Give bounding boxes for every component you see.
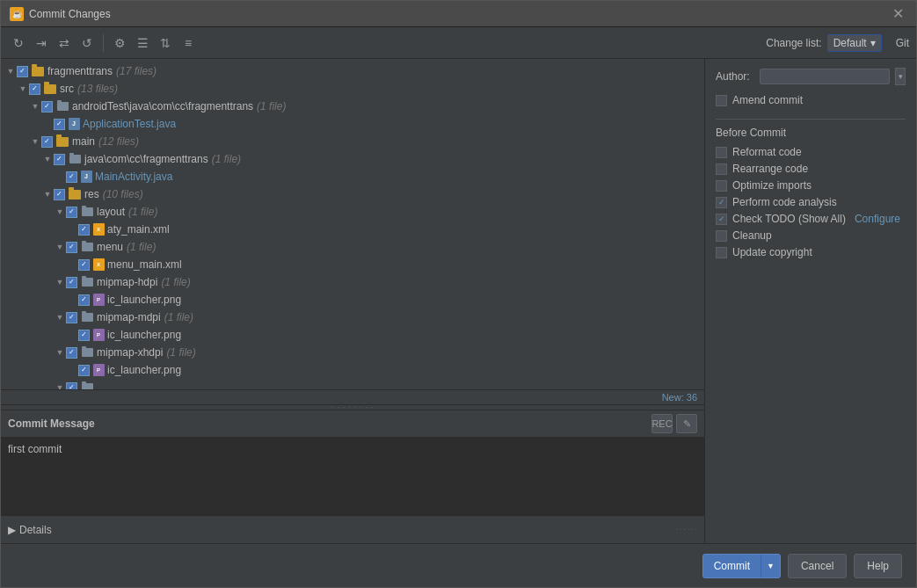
tree-row-layout[interactable]: ▼ layout (1 file) [1, 203, 704, 221]
option-row-copyright: Update copyright [716, 246, 906, 258]
settings-button[interactable]: ⚙ [109, 33, 130, 54]
commit-button[interactable]: Commit ▼ [702, 554, 781, 578]
checktodo-label: Check TODO (Show All) [732, 213, 846, 225]
amend-checkbox[interactable] [716, 95, 727, 106]
option-row-perform: Perform code analysis [716, 196, 906, 208]
author-dropdown-button[interactable]: ▾ [895, 68, 906, 85]
checkbox-aty-main[interactable] [78, 224, 90, 236]
folder-icon-androidtest [55, 100, 69, 113]
changelist-arrow-icon: ▾ [870, 37, 876, 49]
folder-meta-mipmap-hdpi: (1 file) [161, 274, 190, 290]
checkbox-androidtest[interactable] [41, 101, 53, 113]
filter-button[interactable]: ≡ [178, 33, 199, 54]
tree-arrow-mipmap-mdpi: ▼ [54, 309, 66, 325]
amend-label: Amend commit [732, 94, 803, 106]
rearrange-checkbox[interactable] [716, 163, 727, 175]
changelist-dropdown[interactable]: Default ▾ [827, 34, 882, 52]
commit-arrow-button[interactable]: ▼ [761, 555, 780, 577]
checkbox-menu[interactable] [66, 242, 77, 253]
checkbox-ic-xhdpi[interactable] [78, 365, 90, 376]
checkbox-layout[interactable] [66, 207, 77, 218]
file-name-mainactivity: MainActivity.java [95, 169, 172, 185]
copyright-checkbox[interactable] [716, 247, 727, 258]
folder-icon-mipmap-hdpi [80, 276, 94, 288]
commit-button-main[interactable]: Commit [703, 555, 761, 577]
details-toggle[interactable]: ▶ Details [8, 524, 52, 536]
tree-row-mainactivity[interactable]: J MainActivity.java [1, 168, 704, 185]
checkbox-src[interactable] [29, 83, 40, 95]
option-row-optimize: Optimize imports [716, 179, 906, 192]
checktodo-checkbox[interactable] [716, 214, 727, 225]
folder-icon-mipmap-mdpi [80, 311, 94, 323]
tree-row-mipmap-mdpi[interactable]: ▼ mipmap-mdpi (1 file) [1, 309, 704, 326]
separator-1 [103, 34, 104, 52]
tree-row-applicationtest[interactable]: J ApplicationTest.java [1, 115, 704, 133]
perform-checkbox[interactable] [716, 197, 727, 208]
checkbox-mipmap-mdpi[interactable] [66, 312, 77, 323]
tree-row-src[interactable]: ▼ src (13 files) [1, 80, 704, 98]
checkbox-ic-mdpi[interactable] [78, 330, 90, 341]
move-button[interactable]: ⇥ [31, 33, 52, 54]
checkbox-res[interactable] [54, 189, 65, 200]
folder-name-mipmap-mdpi: mipmap-mdpi [97, 309, 161, 325]
tree-row-menu-main[interactable]: X menu_main.xml [1, 256, 704, 273]
reformat-checkbox[interactable] [716, 147, 727, 158]
png-icon-ic-mdpi: P [92, 328, 105, 342]
group-button[interactable]: ☰ [132, 33, 153, 54]
file-tree[interactable]: ▼ fragmenttrans (17 files) ▼ src (13 fil… [1, 59, 704, 389]
checkbox-main[interactable] [41, 136, 53, 148]
edit-commit-button[interactable]: ✎ [676, 414, 697, 433]
folder-name-fragmenttrans: fragmenttrans [47, 63, 113, 79]
tree-row-ic-mdpi[interactable]: P ic_launcher.png [1, 326, 704, 344]
optimize-checkbox[interactable] [716, 180, 727, 192]
png-icon-ic-xhdpi: P [92, 363, 105, 377]
commit-message-area: Commit Message REC ✎ first commit [1, 410, 704, 515]
tree-row-aty-main[interactable]: X aty_main.xml [1, 221, 704, 238]
tree-row-mipmap-hdpi[interactable]: ▼ mipmap-hdpi (1 file) [1, 273, 704, 291]
checkbox-ic-hdpi[interactable] [78, 294, 90, 306]
sort-button[interactable]: ⇅ [155, 33, 176, 54]
before-commit-title: Before Commit [716, 119, 906, 139]
commit-textarea[interactable]: first commit [1, 437, 704, 515]
tree-status-bar: New: 36 [1, 389, 704, 404]
commit-label: Commit [714, 560, 750, 572]
rearrange-label: Rearrange code [732, 163, 808, 175]
tree-row-ic-xhdpi[interactable]: P ic_launcher.png [1, 361, 704, 379]
amend-row: Amend commit [716, 94, 906, 106]
folder-icon-mipmap-xhdpi [80, 346, 94, 359]
cancel-button[interactable]: Cancel [788, 554, 847, 578]
tree-row-menu[interactable]: ▼ menu (1 file) [1, 238, 704, 256]
author-input[interactable] [760, 69, 890, 84]
checkbox-more[interactable] [66, 382, 77, 390]
tree-row-fragmenttrans[interactable]: ▼ fragmenttrans (17 files) [1, 62, 704, 80]
tree-row-javacom[interactable]: ▼ java\com\cc\fragmenttrans (1 file) [1, 150, 704, 168]
cleanup-checkbox[interactable] [716, 230, 727, 242]
checkbox-menu-main[interactable] [78, 259, 90, 271]
checkbox-fragmenttrans[interactable] [17, 66, 28, 77]
tree-row-res[interactable]: ▼ res (10 files) [1, 185, 704, 203]
close-button[interactable]: ✕ [889, 5, 907, 22]
option-row-reformat: Reformat code [716, 146, 906, 158]
right-panel: Author: ▾ Amend commit Before Commit Ref… [705, 59, 916, 543]
checkbox-mipmap-hdpi[interactable] [66, 277, 77, 288]
commit-changes-dialog: ☕ Commit Changes ✕ ↻ ⇥ ⇄ ↺ ⚙ ☰ ⇅ ≡ Chang… [0, 0, 917, 588]
checkbox-mipmap-xhdpi[interactable] [66, 347, 77, 359]
help-button[interactable]: Help [854, 554, 902, 578]
diff-button[interactable]: ⇄ [54, 33, 75, 54]
checkbox-applicationtest[interactable] [54, 119, 65, 130]
revert-button[interactable]: ↺ [76, 33, 98, 54]
tree-row-mipmap-xhdpi[interactable]: ▼ mipmap-xhdpi (1 file) [1, 344, 704, 361]
checkbox-mainactivity[interactable] [66, 171, 77, 183]
folder-icon-menu [80, 241, 94, 253]
configure-link[interactable]: Configure [855, 213, 900, 225]
tree-row-ic-hdpi[interactable]: P ic_launcher.png [1, 291, 704, 309]
main-content: ▼ fragmenttrans (17 files) ▼ src (13 fil… [1, 59, 916, 543]
tree-arrow-javacom: ▼ [41, 151, 54, 167]
refresh-button[interactable]: ↻ [8, 33, 29, 54]
rec-button[interactable]: REC [651, 414, 673, 433]
tree-row-main[interactable]: ▼ main (12 files) [1, 133, 704, 150]
tree-row-androidtest[interactable]: ▼ androidTest\java\com\cc\fragmenttrans … [1, 98, 704, 115]
folder-name-more: ... [97, 380, 106, 389]
checkbox-javacom[interactable] [54, 154, 65, 165]
tree-row-more[interactable]: ▼ ... [1, 379, 704, 389]
